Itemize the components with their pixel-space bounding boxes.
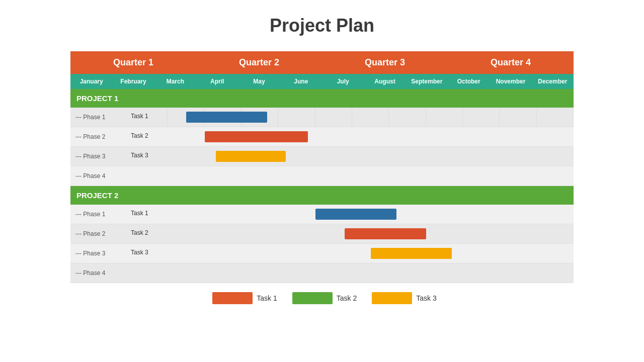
p2-phase4-label: --- Phase 4: [70, 269, 131, 277]
legend: Task 1 Task 2 Task 3: [212, 292, 436, 304]
legend-task2-label: Task 2: [337, 294, 357, 302]
month-aug: August: [364, 74, 406, 89]
month-may: May: [238, 74, 280, 89]
month-oct: October: [448, 74, 490, 89]
legend-task3-box: [372, 292, 412, 304]
project-2-header: PROJECT 2: [70, 186, 574, 205]
p2-phase3-bar-area: Task 3: [131, 244, 574, 263]
month-mar: March: [154, 74, 196, 89]
p1-phase1-bar: [186, 112, 267, 123]
p2-phase3-row: --- Phase 3 Task 3: [70, 244, 574, 263]
p2-phase1-task-label: Task 1: [131, 210, 148, 217]
quarter-1: Quarter 1: [70, 51, 196, 74]
page-title: Project Plan: [270, 15, 374, 36]
p1-phase3-bar-area: Task 3: [131, 147, 574, 166]
p2-phase3-label: --- Phase 3: [70, 250, 131, 257]
month-feb: February: [112, 74, 154, 89]
p2-phase4-bar-area: [131, 263, 574, 283]
p1-phase1-label: --- Phase 1: [70, 114, 131, 121]
p1-phase2-label: --- Phase 2: [70, 133, 131, 140]
month-dec: December: [532, 74, 574, 89]
month-apr: April: [196, 74, 238, 89]
p2-phase1-row: --- Phase 1 Task 1: [70, 205, 574, 224]
quarter-2: Quarter 2: [196, 51, 322, 74]
legend-task3: Task 3: [372, 292, 436, 304]
p1-phase3-label: --- Phase 3: [70, 153, 131, 160]
p2-phase1-bar: [315, 209, 396, 220]
month-nov: November: [490, 74, 531, 89]
p1-phase3-task-label: Task 3: [131, 152, 148, 159]
month-sep: September: [406, 74, 448, 89]
p2-phase2-bar-area: Task 2: [131, 224, 574, 243]
project-1-header: PROJECT 1: [70, 89, 574, 108]
p1-phase3-bar: [216, 151, 286, 162]
p2-phase1-bar-area: Task 1: [131, 205, 574, 224]
legend-task1-label: Task 1: [257, 294, 277, 302]
p2-phase2-label: --- Phase 2: [70, 230, 131, 237]
quarter-4: Quarter 4: [448, 51, 574, 74]
month-jun: June: [280, 74, 322, 89]
p1-phase1-bar-area: Task 1: [131, 108, 574, 127]
p2-phase3-bar: [371, 248, 452, 259]
legend-task2: Task 2: [292, 292, 357, 304]
p1-phase2-task-label: Task 2: [131, 132, 148, 139]
legend-task3-label: Task 3: [416, 294, 436, 302]
p1-phase4-bar-area: [131, 166, 574, 186]
p1-phase1-row: --- Phase 1 Task 1: [70, 108, 574, 127]
p1-phase2-bar-area: Task 2: [131, 127, 574, 146]
p2-phase3-task-label: Task 3: [131, 249, 148, 256]
p2-phase4-row: --- Phase 4: [70, 263, 574, 283]
month-jan: January: [70, 74, 112, 89]
p2-phase2-bar: [345, 228, 426, 239]
p2-phase2-row: --- Phase 2 Task 2: [70, 224, 574, 244]
legend-task2-box: [292, 292, 333, 304]
p2-phase1-label: --- Phase 1: [70, 211, 131, 218]
p1-phase2-bar: [205, 131, 308, 142]
p1-phase4-label: --- Phase 4: [70, 172, 131, 179]
p2-phase2-task-label: Task 2: [131, 229, 148, 236]
p1-phase1-task-label: Task 1: [131, 113, 148, 120]
quarter-row: Quarter 1 Quarter 2 Quarter 3 Quarter 4: [70, 51, 574, 74]
gantt-chart: Quarter 1 Quarter 2 Quarter 3 Quarter 4 …: [70, 51, 574, 283]
legend-task1: Task 1: [212, 292, 277, 304]
legend-task1-box: [212, 292, 253, 304]
p1-phase3-row: --- Phase 3 Task 3: [70, 147, 574, 166]
p1-phase4-row: --- Phase 4: [70, 166, 574, 186]
month-jul: July: [322, 74, 364, 89]
p1-phase2-row: --- Phase 2 Task 2: [70, 127, 574, 147]
quarter-3: Quarter 3: [322, 51, 448, 74]
month-row: January February March April May June Ju…: [70, 74, 574, 89]
